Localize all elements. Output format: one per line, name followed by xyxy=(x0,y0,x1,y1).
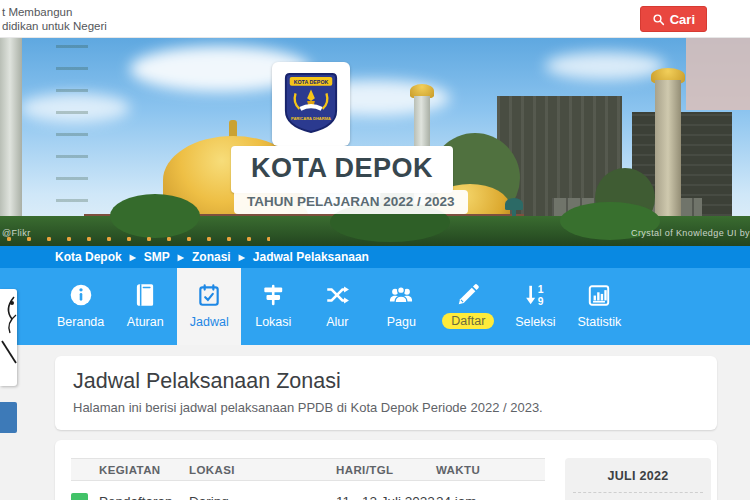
tagline-line-2: didikan untuk Negeri xyxy=(2,19,107,33)
tab-alur[interactable]: Alur xyxy=(305,268,369,345)
hero-banner: @Flikr Crystal of Knowledge UI by KOTA D… xyxy=(0,38,750,246)
crest-bottom-text: PARICARA DHARMA xyxy=(291,116,331,121)
schedule-table: KEGIATAN LOKASI HARI/TGL WAKTU Pendaftar… xyxy=(71,458,545,500)
calendar-divider xyxy=(573,492,703,493)
book-icon xyxy=(132,282,158,308)
photo-credit-left: @Flikr xyxy=(2,228,31,238)
site-tagline: t Membangun didikan untuk Negeri xyxy=(2,5,107,33)
tab-label: Pagu xyxy=(387,315,416,329)
tab-seleksi[interactable]: 1 9 Seleksi xyxy=(503,268,567,345)
breadcrumb-item-jadwal-pelaksanaan[interactable]: Jadwal Pelaksanaan xyxy=(253,250,369,264)
schedule-card: KEGIATAN LOKASI HARI/TGL WAKTU Pendaftar… xyxy=(55,440,717,500)
kota-depok-crest: KOTA DEPOK PARICARA DHARMA xyxy=(282,72,340,136)
activity-color-marker xyxy=(71,493,88,500)
page-description: Halaman ini berisi jadwal pelaksanaan PP… xyxy=(73,400,699,415)
cell-waktu: 24 jam xyxy=(436,494,545,500)
page-header-card: Jadwal Pelaksanaan Zonasi Halaman ini be… xyxy=(55,356,717,430)
tab-label: Lokasi xyxy=(255,315,291,329)
tagline-line-1: t Membangun xyxy=(2,5,107,19)
cell-kegiatan: Pendaftaran xyxy=(99,494,189,500)
calendar-check-icon xyxy=(196,282,222,308)
mascot-sketch-icon xyxy=(0,289,17,386)
cell-lokasi: Daring xyxy=(189,494,336,500)
tab-pagu[interactable]: Pagu xyxy=(369,268,433,345)
mosque-minaret xyxy=(0,38,22,246)
svg-text:1: 1 xyxy=(538,284,544,295)
breadcrumb-item-zonasi[interactable]: Zonasi xyxy=(192,250,231,264)
hero-title: KOTA DEPOK xyxy=(251,153,433,184)
table-row: Pendaftaran Daring 11 - 12 Juli 2022 24 … xyxy=(71,493,545,500)
floating-widget-illustration xyxy=(0,289,17,386)
pencil-icon xyxy=(455,282,481,308)
tab-beranda[interactable]: Beranda xyxy=(48,268,113,345)
mini-calendar: JULI 2022 Sn Sl Rb Km Ju Sb Mg xyxy=(565,458,711,500)
tab-jadwal[interactable]: Jadwal xyxy=(177,268,241,345)
floating-widget-button[interactable] xyxy=(0,402,17,433)
city-logo-card: KOTA DEPOK PARICARA DHARMA xyxy=(272,62,350,146)
table-header-lokasi: LOKASI xyxy=(189,464,336,476)
tab-statistik[interactable]: Statistik xyxy=(567,268,631,345)
hero-subtitle: TAHUN PELAJARAN 2022 / 2023 xyxy=(247,194,455,209)
people-icon xyxy=(388,282,414,308)
breadcrumb-separator-icon: ▶ xyxy=(130,253,136,262)
crest-top-text: KOTA DEPOK xyxy=(294,79,329,85)
tab-aturan[interactable]: Aturan xyxy=(113,268,177,345)
breadcrumb-item-smp[interactable]: SMP xyxy=(144,250,170,264)
hero-title-box: KOTA DEPOK xyxy=(231,146,453,193)
tab-label: Jadwal xyxy=(190,315,229,329)
content-area: Jadwal Pelaksanaan Zonasi Halaman ini be… xyxy=(0,345,750,500)
tab-label: Statistik xyxy=(577,315,621,329)
breadcrumb-item-kota-depok[interactable]: Kota Depok xyxy=(55,250,122,264)
table-header-row: KEGIATAN LOKASI HARI/TGL WAKTU xyxy=(71,458,545,481)
main-navigation: Beranda Aturan Jadwal Lokasi xyxy=(0,268,750,345)
shuffle-icon xyxy=(324,282,350,308)
tab-label: Aturan xyxy=(127,315,164,329)
tab-label: Alur xyxy=(326,315,348,329)
info-icon xyxy=(68,282,94,308)
signpost-icon xyxy=(260,282,286,308)
flower-bed xyxy=(0,232,270,246)
search-button[interactable]: Cari xyxy=(640,6,707,32)
breadcrumb: Kota Depok ▶ SMP ▶ Zonasi ▶ Jadwal Pelak… xyxy=(0,246,750,268)
top-bar: t Membangun didikan untuk Negeri Cari xyxy=(0,0,750,38)
cell-hari-tgl: 11 - 12 Juli 2022 xyxy=(336,494,436,500)
bar-chart-icon xyxy=(586,282,612,308)
breadcrumb-separator-icon: ▶ xyxy=(239,253,245,262)
cloud xyxy=(545,52,665,80)
breadcrumb-separator-icon: ▶ xyxy=(178,253,184,262)
page-title: Jadwal Pelaksanaan Zonasi xyxy=(73,369,699,394)
tab-label: Daftar xyxy=(442,313,494,329)
tab-label: Beranda xyxy=(57,315,104,329)
tab-lokasi[interactable]: Lokasi xyxy=(241,268,305,345)
calendar-month-title: JULI 2022 xyxy=(565,469,711,483)
search-button-label: Cari xyxy=(670,12,695,27)
table-header-hari-tgl: HARI/TGL xyxy=(336,464,436,476)
background-building xyxy=(686,38,750,110)
table-header-kegiatan: KEGIATAN xyxy=(99,464,189,476)
svg-text:9: 9 xyxy=(538,296,544,307)
search-icon xyxy=(652,13,665,26)
sort-numeric-icon: 1 9 xyxy=(522,282,548,308)
hero-subtitle-box: TAHUN PELAJARAN 2022 / 2023 xyxy=(234,190,468,214)
table-header-waktu: WAKTU xyxy=(436,464,545,476)
tab-label: Seleksi xyxy=(515,315,555,329)
photo-credit-right: Crystal of Knowledge UI by xyxy=(631,228,750,238)
tab-daftar[interactable]: Daftar xyxy=(433,268,503,345)
